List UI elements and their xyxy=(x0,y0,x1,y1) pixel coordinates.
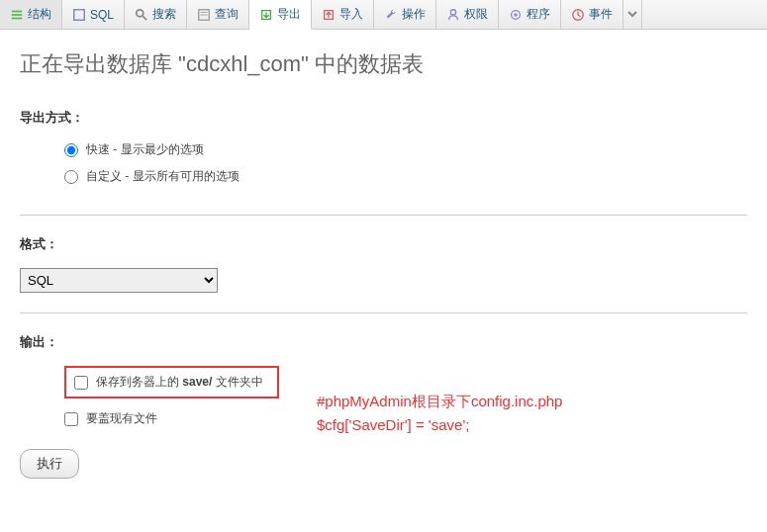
events-icon xyxy=(571,8,585,22)
svg-rect-1 xyxy=(12,14,23,16)
checkbox-save-server[interactable]: 保存到务器上的 save/ 文件夹中 xyxy=(74,374,263,391)
svg-point-13 xyxy=(514,13,518,17)
tab-label: 结构 xyxy=(28,6,51,23)
tab-more[interactable] xyxy=(623,0,642,29)
triangle-icon xyxy=(627,8,637,22)
svg-rect-0 xyxy=(12,10,23,12)
tab-label: 导出 xyxy=(277,6,301,23)
format-select[interactable]: SQL xyxy=(20,268,218,293)
tab-import[interactable]: 导入 xyxy=(312,0,374,29)
tab-export[interactable]: 导出 xyxy=(249,0,312,30)
tab-label: 搜索 xyxy=(152,6,176,23)
annotation-line2: $cfg['SaveDir'] = 'save'; xyxy=(317,413,562,437)
export-method-section: 导出方式： 快速 - 显示最少的选项 自定义 - 显示所有可用的选项 xyxy=(20,109,747,216)
page-title: 正在导出数据库 "cdcxhl_com" 中的数据表 xyxy=(20,49,747,79)
radio-custom-label: 自定义 - 显示所有可用的选项 xyxy=(86,168,240,185)
tab-events[interactable]: 事件 xyxy=(561,0,623,29)
tab-privileges[interactable]: 权限 xyxy=(436,0,499,29)
format-label: 格式： xyxy=(20,235,747,253)
annotation-text: #phpMyAdmin根目录下config.inc.php $cfg['Save… xyxy=(317,390,562,437)
svg-rect-2 xyxy=(12,17,23,19)
privileges-icon xyxy=(446,8,460,22)
tab-search[interactable]: 搜索 xyxy=(125,0,187,29)
tab-label: 操作 xyxy=(402,6,426,23)
tab-label: 权限 xyxy=(464,6,488,23)
tab-label: 事件 xyxy=(589,6,613,23)
tab-label: SQL xyxy=(90,8,114,22)
export-method-radios: 快速 - 显示最少的选项 自定义 - 显示所有可用的选项 xyxy=(20,141,747,185)
checkbox-save-server-input[interactable] xyxy=(74,376,88,390)
radio-quick-input[interactable] xyxy=(64,143,78,157)
tab-label: 查询 xyxy=(215,6,239,23)
radio-custom[interactable]: 自定义 - 显示所有可用的选项 xyxy=(64,168,747,185)
annotation-line1: #phpMyAdmin根目录下config.inc.php xyxy=(317,390,562,413)
svg-point-4 xyxy=(137,9,144,16)
tab-label: 导入 xyxy=(339,6,363,23)
export-icon xyxy=(259,8,273,22)
tab-sql[interactable]: SQL xyxy=(62,0,125,29)
svg-point-11 xyxy=(450,9,455,14)
output-label: 输出： xyxy=(20,333,747,351)
tab-label: 程序 xyxy=(527,6,550,23)
export-method-label: 导出方式： xyxy=(20,109,747,127)
radio-custom-input[interactable] xyxy=(64,170,78,184)
structure-icon xyxy=(10,8,24,22)
tab-routines[interactable]: 程序 xyxy=(499,0,561,29)
search-icon xyxy=(135,8,148,22)
tab-operations[interactable]: 操作 xyxy=(374,0,436,29)
tab-bar: 结构 SQL 搜索 查询 导出 导入 操作 权限 程序 事件 xyxy=(0,0,767,30)
sql-icon xyxy=(72,8,86,22)
import-icon xyxy=(322,8,336,22)
tab-query[interactable]: 查询 xyxy=(187,0,249,29)
query-icon xyxy=(197,8,211,22)
save-to-server-highlight: 保存到务器上的 save/ 文件夹中 xyxy=(64,366,279,399)
checkbox-save-server-label: 保存到务器上的 save/ 文件夹中 xyxy=(96,374,263,391)
checkbox-overwrite-label: 要盖现有文件 xyxy=(86,410,157,427)
radio-quick[interactable]: 快速 - 显示最少的选项 xyxy=(64,141,747,158)
svg-rect-3 xyxy=(74,9,85,20)
checkbox-overwrite-input[interactable] xyxy=(64,412,78,426)
format-section: 格式： SQL xyxy=(20,235,747,313)
radio-quick-label: 快速 - 显示最少的选项 xyxy=(86,141,204,158)
svg-line-5 xyxy=(143,15,146,19)
routines-icon xyxy=(509,8,523,22)
submit-button[interactable]: 执行 xyxy=(20,449,79,479)
tab-structure[interactable]: 结构 xyxy=(0,0,62,29)
wrench-icon xyxy=(384,8,398,22)
